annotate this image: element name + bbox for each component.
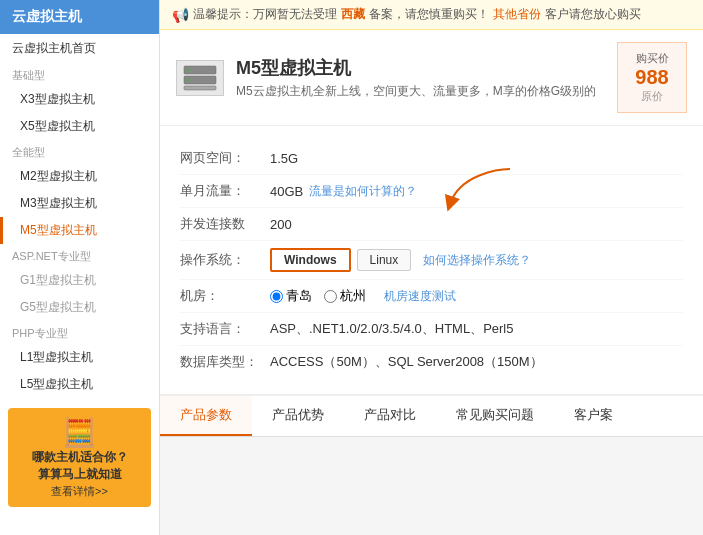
os-windows-button[interactable]: Windows bbox=[270, 248, 351, 272]
purchase-panel: 购买价 988 原价 bbox=[617, 42, 687, 113]
os-row: 操作系统： Windows Linux 如何选择操作系统？ bbox=[180, 241, 683, 280]
svg-rect-2 bbox=[184, 86, 216, 90]
lang-label: 支持语言： bbox=[180, 320, 270, 338]
dc-qingdao-label[interactable]: 青岛 bbox=[270, 287, 312, 305]
dc-qingdao-radio[interactable] bbox=[270, 290, 283, 303]
dc-row: 机房： 青岛 杭州 机房速度测试 bbox=[180, 280, 683, 313]
notice-text2: 备案，请您慎重购买！ bbox=[369, 6, 489, 23]
space-row: 网页空间： 1.5G bbox=[180, 142, 683, 175]
notice-text3: 客户请您放心购买 bbox=[545, 6, 641, 23]
sidebar-ad-title: 哪款主机适合你？算算马上就知道 bbox=[16, 449, 143, 483]
speaker-icon: 📢 bbox=[172, 7, 189, 23]
dc-hangzhou-label[interactable]: 杭州 bbox=[324, 287, 366, 305]
db-row: 数据库类型： ACCESS（50M）、SQL Server2008（150M） bbox=[180, 346, 683, 378]
product-details: 网页空间： 1.5G 单月流量： 40GB 流量是如何计算的？ 并发连接数 20… bbox=[160, 126, 703, 395]
sidebar-item-g1[interactable]: G1型虚拟主机 bbox=[0, 267, 159, 294]
os-label: 操作系统： bbox=[180, 251, 270, 269]
server-icon bbox=[182, 64, 218, 92]
os-select-help-link[interactable]: 如何选择操作系统？ bbox=[423, 252, 531, 269]
sidebar: 云虚拟主机 云虚拟主机首页 基础型 X3型虚拟主机 X5型虚拟主机 全能型 M2… bbox=[0, 0, 160, 535]
main-content: 📢 温馨提示：万网暂无法受理 西藏 备案，请您慎重购买！ 其他省份 客户请您放心… bbox=[160, 0, 703, 535]
concurrent-row: 并发连接数 200 bbox=[180, 208, 683, 241]
space-value: 1.5G bbox=[270, 151, 298, 166]
original-price-label: 原价 bbox=[628, 89, 676, 104]
dc-radio-group: 青岛 杭州 机房速度测试 bbox=[270, 287, 456, 305]
sidebar-section-php: PHP专业型 bbox=[0, 321, 159, 344]
db-label: 数据库类型： bbox=[180, 353, 270, 371]
traffic-row: 单月流量： 40GB 流量是如何计算的？ bbox=[180, 175, 683, 208]
sidebar-section-full: 全能型 bbox=[0, 140, 159, 163]
sidebar-ad: 🧮 哪款主机适合你？算算马上就知道 查看详情>> bbox=[8, 408, 151, 507]
purchase-price: 988 bbox=[628, 66, 676, 89]
sidebar-item-g5[interactable]: G5型虚拟主机 bbox=[0, 294, 159, 321]
tab-advantage[interactable]: 产品优势 bbox=[252, 396, 344, 436]
db-value: ACCESS（50M）、SQL Server2008（150M） bbox=[270, 353, 543, 371]
os-btn-group: Windows Linux 如何选择操作系统？ bbox=[270, 248, 531, 272]
dc-speed-test-link[interactable]: 机房速度测试 bbox=[384, 288, 456, 305]
purchase-label: 购买价 bbox=[628, 51, 676, 66]
sidebar-item-x5[interactable]: X5型虚拟主机 bbox=[0, 113, 159, 140]
traffic-value: 40GB bbox=[270, 184, 303, 199]
tab-faq[interactable]: 常见购买问题 bbox=[436, 396, 554, 436]
product-title: M5型虚拟主机 bbox=[236, 56, 605, 80]
svg-point-4 bbox=[187, 78, 190, 81]
concurrent-label: 并发连接数 bbox=[180, 215, 270, 233]
concurrent-value: 200 bbox=[270, 217, 292, 232]
notice-bar: 📢 温馨提示：万网暂无法受理 西藏 备案，请您慎重购买！ 其他省份 客户请您放心… bbox=[160, 0, 703, 30]
sidebar-home-link[interactable]: 云虚拟主机首页 bbox=[0, 34, 159, 63]
sidebar-item-x3[interactable]: X3型虚拟主机 bbox=[0, 86, 159, 113]
abacus-icon: 🧮 bbox=[16, 416, 143, 449]
sidebar-item-m3[interactable]: M3型虚拟主机 bbox=[0, 190, 159, 217]
product-info: M5型虚拟主机 M5云虚拟主机全新上线，空间更大、流量更多，M享的价格G级别的 bbox=[236, 56, 605, 100]
tab-compare[interactable]: 产品对比 bbox=[344, 396, 436, 436]
svg-point-3 bbox=[187, 68, 190, 71]
notice-other: 其他省份 bbox=[493, 6, 541, 23]
sidebar-item-m2[interactable]: M2型虚拟主机 bbox=[0, 163, 159, 190]
product-icon bbox=[176, 60, 224, 96]
sidebar-section-basic: 基础型 bbox=[0, 63, 159, 86]
sidebar-item-l5[interactable]: L5型虚拟主机 bbox=[0, 371, 159, 398]
notice-text1: 温馨提示：万网暂无法受理 bbox=[193, 6, 337, 23]
lang-row: 支持语言： ASP、.NET1.0/2.0/3.5/4.0、HTML、Perl5 bbox=[180, 313, 683, 346]
dc-label: 机房： bbox=[180, 287, 270, 305]
traffic-label: 单月流量： bbox=[180, 182, 270, 200]
sidebar-item-m5[interactable]: M5型虚拟主机 bbox=[0, 217, 159, 244]
sidebar-section-asp: ASP.NET专业型 bbox=[0, 244, 159, 267]
tabs-bar: 产品参数 产品优势 产品对比 常见购买问题 客户案 bbox=[160, 395, 703, 437]
sidebar-ad-link[interactable]: 查看详情>> bbox=[51, 485, 108, 497]
tab-customer[interactable]: 客户案 bbox=[554, 396, 633, 436]
lang-value: ASP、.NET1.0/2.0/3.5/4.0、HTML、Perl5 bbox=[270, 320, 513, 338]
tab-params[interactable]: 产品参数 bbox=[160, 396, 252, 436]
os-linux-button[interactable]: Linux bbox=[357, 249, 412, 271]
space-label: 网页空间： bbox=[180, 149, 270, 167]
sidebar-item-l1[interactable]: L1型虚拟主机 bbox=[0, 344, 159, 371]
sidebar-title: 云虚拟主机 bbox=[0, 0, 159, 34]
dc-hangzhou-radio[interactable] bbox=[324, 290, 337, 303]
product-desc: M5云虚拟主机全新上线，空间更大、流量更多，M享的价格G级别的 bbox=[236, 83, 605, 100]
notice-highlight: 西藏 bbox=[341, 6, 365, 23]
traffic-calc-link[interactable]: 流量是如何计算的？ bbox=[309, 183, 417, 200]
